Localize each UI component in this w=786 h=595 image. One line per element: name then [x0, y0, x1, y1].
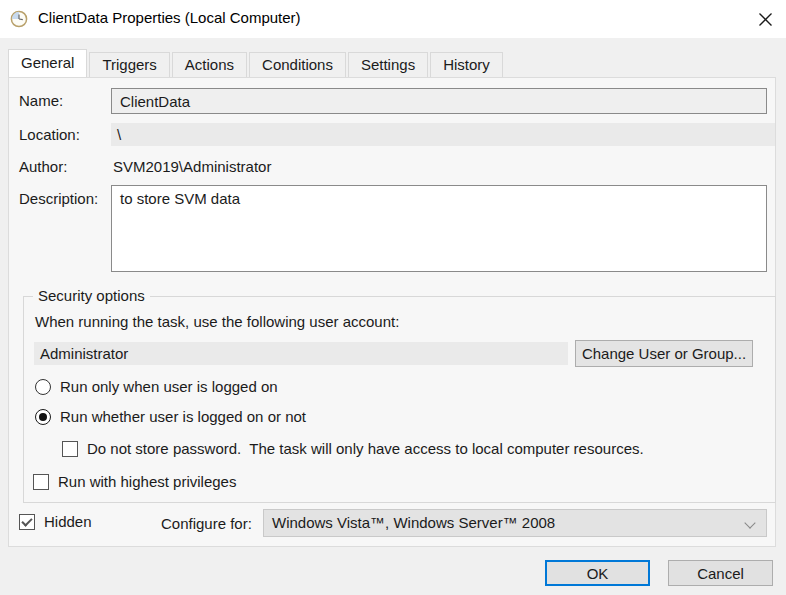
change-user-button[interactable]: Change User or Group...	[575, 340, 753, 367]
cancel-button[interactable]: Cancel	[668, 560, 773, 586]
account-value-field: Administrator	[34, 342, 568, 365]
radio-unselected-icon[interactable]	[35, 379, 51, 395]
radio-selected-icon[interactable]	[35, 409, 51, 425]
title-bar: ClientData Properties (Local Computer)	[0, 0, 786, 38]
task-properties-dialog: ClientData Properties (Local Computer) G…	[0, 0, 786, 595]
configure-for-dropdown[interactable]: Windows Vista™, Windows Server™ 2008	[263, 509, 767, 537]
author-value: SVM2019\Administrator	[113, 158, 271, 175]
clock-icon	[10, 10, 28, 28]
checkbox-hidden-label: Hidden	[44, 513, 92, 530]
tab-actions[interactable]: Actions	[172, 52, 247, 77]
tab-strip: General Triggers Actions Conditions Sett…	[8, 51, 505, 77]
description-label: Description:	[19, 190, 98, 207]
checkbox-highest-privileges[interactable]: Run with highest privileges	[33, 473, 236, 490]
location-label: Location:	[19, 126, 80, 143]
name-label: Name:	[19, 92, 63, 109]
close-icon[interactable]	[744, 2, 786, 36]
checkbox-hidden[interactable]: Hidden	[19, 513, 92, 530]
author-label: Author:	[19, 158, 67, 175]
security-options-label: Security options	[33, 287, 150, 304]
general-tab-page: Name: Location: \ Author: SVM2019\Admini…	[8, 77, 776, 547]
tab-history[interactable]: History	[430, 52, 503, 77]
tab-general[interactable]: General	[8, 49, 87, 77]
chevron-down-icon	[744, 517, 755, 528]
radio-run-logged-on[interactable]: Run only when user is logged on	[35, 378, 278, 395]
tab-settings[interactable]: Settings	[348, 52, 428, 77]
security-options-group: Security options When running the task, …	[23, 296, 776, 503]
checkbox-unchecked-icon[interactable]	[62, 441, 78, 457]
configure-for-label: Configure for:	[161, 515, 252, 532]
ok-button[interactable]: OK	[545, 560, 650, 586]
radio-run-whether-label: Run whether user is logged on or not	[60, 408, 306, 425]
location-value: \	[111, 123, 775, 146]
radio-run-logged-on-label: Run only when user is logged on	[60, 378, 278, 395]
name-input[interactable]	[111, 88, 767, 114]
checkbox-checked-icon[interactable]	[19, 514, 35, 530]
configure-for-value: Windows Vista™, Windows Server™ 2008	[272, 514, 555, 531]
checkbox-unchecked-icon[interactable]	[33, 474, 49, 490]
radio-run-whether[interactable]: Run whether user is logged on or not	[35, 408, 306, 425]
tab-triggers[interactable]: Triggers	[89, 52, 169, 77]
checkbox-highest-privileges-label: Run with highest privileges	[58, 473, 236, 490]
account-hint-label: When running the task, use the following…	[35, 313, 399, 330]
tab-conditions[interactable]: Conditions	[249, 52, 346, 77]
window-title: ClientData Properties (Local Computer)	[38, 9, 301, 26]
description-textarea[interactable]: to store SVM data	[111, 185, 767, 272]
checkbox-no-password-label: Do not store password. The task will onl…	[87, 440, 644, 457]
checkbox-no-password[interactable]: Do not store password. The task will onl…	[62, 440, 644, 457]
